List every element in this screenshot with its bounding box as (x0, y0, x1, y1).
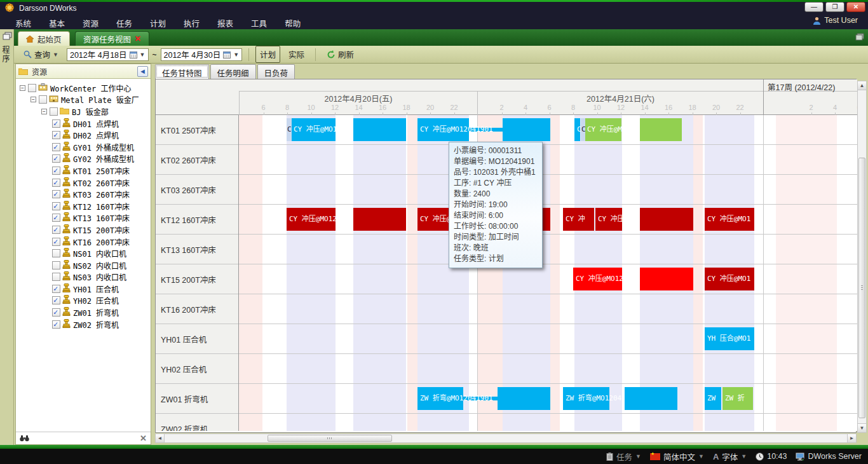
tree-checkbox[interactable] (28, 84, 36, 92)
menu-item-报表[interactable]: 报表 (208, 14, 242, 32)
menu-item-执行[interactable]: 执行 (175, 14, 208, 32)
tree-expander-icon[interactable]: − (31, 97, 36, 102)
task-bar[interactable]: CY 冲 (563, 208, 594, 231)
tree-checkbox[interactable] (52, 154, 60, 163)
tree-item[interactable]: YH01 压合机 (16, 283, 151, 295)
tree-item[interactable]: NS02 内收口机 (16, 259, 151, 271)
tree-checkbox[interactable] (52, 238, 60, 246)
plan-toggle-button[interactable]: 计划 (255, 46, 280, 63)
tree-checkbox[interactable] (52, 190, 60, 198)
task-bar[interactable]: CY 冲压@MO1 (705, 268, 754, 290)
tree-checkbox[interactable] (52, 214, 60, 222)
scroll-right-icon[interactable]: ► (847, 434, 856, 442)
tab-resource-task-view[interactable]: 资源任务视图 ✕ (75, 31, 149, 46)
tree-item[interactable]: ZW01 折弯机 (16, 306, 151, 318)
tree-checkbox[interactable] (52, 167, 60, 175)
task-bar[interactable]: CY 冲压@MO12041901 (291, 118, 336, 141)
task-bar[interactable]: ZW 折弯@MO12041901 (417, 387, 463, 410)
task-bar[interactable]: C (287, 118, 292, 141)
vertical-scroll-thumb[interactable] (858, 158, 865, 418)
tree-item[interactable]: KT03 260T冲床 (16, 188, 151, 200)
tree-checkbox[interactable] (52, 202, 60, 210)
task-bar[interactable]: CY 冲压@MO12041902 (585, 118, 621, 141)
tree-item[interactable]: −Metal Plate 钣金厂 (16, 94, 151, 106)
task-bar[interactable] (503, 118, 550, 141)
horizontal-scroll-thumb[interactable] (268, 435, 392, 442)
task-bar[interactable] (625, 387, 677, 410)
task-bar[interactable] (353, 208, 406, 231)
menu-item-工具[interactable]: 工具 (242, 14, 276, 32)
task-bar[interactable]: C (581, 118, 585, 141)
task-bar[interactable]: CY 冲压@MO12041904 (287, 208, 336, 231)
chevron-down-icon[interactable]: ▼ (140, 51, 146, 58)
tree-item[interactable]: NS01 内收口机 (16, 247, 151, 259)
tree-item[interactable]: KT12 160T冲床 (16, 200, 151, 212)
tree-item[interactable]: GY02 外桶成型机 (16, 153, 151, 165)
clear-filter-icon[interactable]: ✕ (140, 433, 147, 443)
task-bar[interactable] (640, 268, 693, 290)
tree-checkbox[interactable] (52, 296, 60, 304)
restore-button[interactable]: ❐ (825, 2, 844, 12)
minimize-button[interactable]: — (804, 2, 824, 12)
task-bar[interactable]: CY 冲压@MO12041904 (595, 208, 622, 231)
menu-item-任务[interactable]: 任务 (107, 14, 141, 32)
task-bar[interactable]: ZW (705, 387, 721, 410)
tree-checkbox[interactable] (52, 249, 60, 257)
tree-checkbox[interactable] (39, 95, 47, 104)
tree-item[interactable]: KT01 250T冲床 (16, 165, 151, 177)
refresh-button[interactable]: 刷新 (322, 46, 358, 63)
tree-item[interactable]: NS03 内收口机 (16, 271, 151, 283)
tree-checkbox[interactable] (50, 107, 58, 116)
side-tab-program[interactable]: 程序 (0, 32, 14, 64)
window-list-icon[interactable] (855, 33, 864, 41)
tree-item[interactable]: GY01 外桶成型机 (16, 141, 151, 153)
tree-item[interactable]: ZW02 折弯机 (16, 318, 151, 331)
tree-item[interactable]: DH01 点焊机 (16, 118, 151, 130)
tree-item[interactable]: KT15 200T冲床 (16, 224, 151, 236)
task-bar[interactable] (353, 118, 406, 141)
date-to-field[interactable]: 2012年 4月30日 ▼ (161, 48, 243, 61)
status-server[interactable]: DWorks Server (796, 452, 862, 461)
menu-item-帮助[interactable]: 帮助 (276, 14, 309, 32)
task-bar[interactable]: CY 冲压@MO1 (705, 208, 754, 231)
task-bar[interactable] (498, 387, 550, 410)
close-button[interactable]: ✕ (846, 2, 865, 12)
chevron-down-icon[interactable]: ▼ (233, 51, 239, 58)
tree-checkbox[interactable] (52, 226, 60, 234)
menu-item-系统[interactable]: 系统 (6, 14, 40, 32)
tree-item[interactable]: −WorkCenter 工作中心 (16, 82, 151, 94)
collapse-panel-button[interactable]: ◄ (137, 66, 148, 77)
vertical-scrollbar[interactable]: ▲ ▼ (857, 81, 867, 433)
status-task-menu[interactable]: 任务 ▼ (606, 451, 641, 463)
tree-checkbox[interactable] (52, 285, 60, 293)
actual-toggle-button[interactable]: 实际 (284, 46, 309, 63)
status-font-menu[interactable]: A 字体 ▼ (713, 451, 747, 463)
tree-expander-icon[interactable]: − (41, 109, 47, 114)
menu-item-资源[interactable]: 资源 (74, 14, 107, 32)
view-tab-3[interactable]: 日负荷 (257, 64, 295, 79)
task-bar[interactable] (640, 118, 682, 141)
tree-item[interactable]: KT16 200T冲床 (16, 236, 151, 248)
tree-item[interactable]: KT13 160T冲床 (16, 212, 151, 224)
tree-checkbox[interactable] (52, 179, 60, 187)
tree-expander-icon[interactable]: − (20, 85, 25, 91)
query-button[interactable]: 查询 ▼ (19, 46, 63, 63)
tree-item[interactable]: KT02 260T冲床 (16, 177, 151, 189)
task-bar[interactable]: ZW 折弯@MO12041901 (563, 387, 609, 410)
scroll-left-icon[interactable]: ◄ (156, 434, 165, 442)
task-bar[interactable]: CY 冲压@MO12041901 (417, 118, 469, 141)
scroll-up-icon[interactable]: ▲ (858, 81, 866, 90)
task-bar[interactable]: C (574, 118, 580, 141)
tree-checkbox[interactable] (52, 261, 60, 270)
tree-checkbox[interactable] (52, 131, 60, 139)
tab-home[interactable]: 起始页 (18, 31, 70, 46)
menu-item-基本[interactable]: 基本 (40, 14, 74, 32)
view-tab-1[interactable]: 任务甘特图 (155, 64, 209, 79)
tree-checkbox[interactable] (52, 273, 60, 281)
task-bar[interactable]: ZW 折 (722, 387, 753, 410)
binoculars-icon[interactable] (20, 435, 29, 442)
scroll-down-icon[interactable]: ▼ (858, 423, 866, 432)
status-language-menu[interactable]: 简体中文 ▼ (650, 451, 704, 463)
task-bar[interactable]: CY 冲压@MO12041903 (573, 268, 622, 290)
tab-close-icon[interactable]: ✕ (135, 34, 141, 43)
